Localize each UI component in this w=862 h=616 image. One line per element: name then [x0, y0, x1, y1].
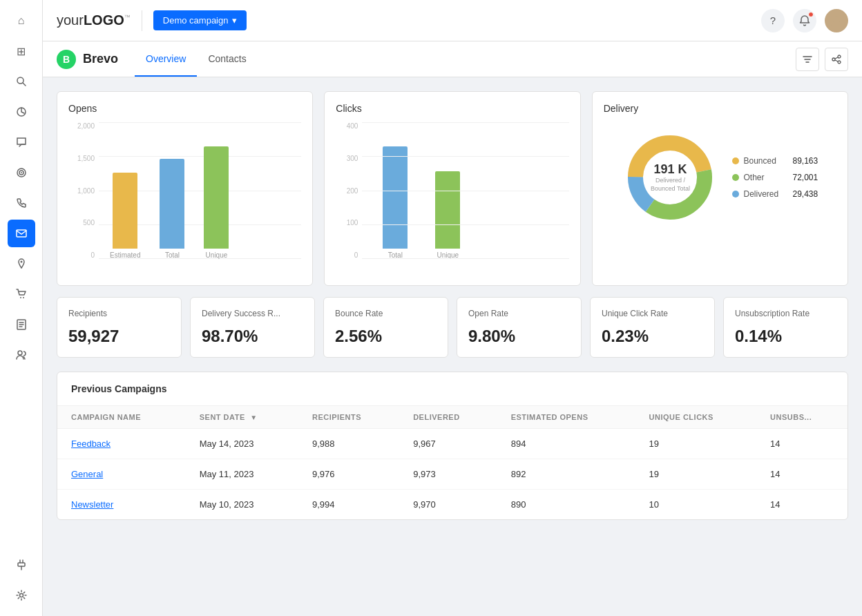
opens-y4: 1,500	[68, 155, 95, 162]
clicks-bar-unique: Unique	[435, 171, 460, 259]
opens-chart-card: Opens 2,000 1,500 1,000 500 0	[57, 91, 313, 286]
cell-name-2: General	[57, 459, 186, 490]
clicks-y4: 400	[336, 122, 358, 130]
cell-delivered-1: 9,967	[399, 429, 497, 459]
stat-delivery-success-label: Delivery Success R...	[202, 309, 303, 318]
content-area: B Brevo Overview Contacts	[43, 41, 862, 616]
tab-contacts[interactable]: Contacts	[197, 41, 257, 77]
campaigns-table: CAMPAIGN NAME SENT DATE ▼ RECIPIENTS DEL…	[57, 406, 847, 519]
previous-campaigns-card: Previous Campaigns CAMPAIGN NAME SENT DA…	[57, 372, 848, 520]
cell-opens-2: 892	[497, 459, 635, 490]
sidebar-item-users[interactable]	[8, 341, 35, 369]
sidebar-item-plug[interactable]	[8, 551, 35, 579]
main-area: yourLOGO™ Demo campaign ▾ ? B Br	[43, 0, 862, 616]
sidebar-item-chart[interactable]	[8, 98, 35, 126]
stat-recipients: Recipients 59,927	[57, 297, 182, 358]
tabs: Overview Contacts	[135, 41, 258, 77]
svg-line-26	[835, 57, 838, 59]
col-delivered: DELIVERED	[399, 406, 497, 429]
sub-header: B Brevo Overview Contacts	[43, 41, 862, 77]
cell-recipients-2: 9,976	[298, 459, 399, 490]
stat-recipients-label: Recipients	[68, 309, 170, 318]
svg-point-13	[18, 351, 22, 355]
clicks-y1: 100	[336, 219, 358, 227]
dropdown-icon: ▾	[232, 15, 237, 26]
sidebar-item-grid[interactable]: ⊞	[8, 37, 35, 65]
cell-recipients-3: 9,994	[298, 490, 399, 520]
col-recipients: RECIPIENTS	[298, 406, 399, 429]
tab-overview[interactable]: Overview	[135, 41, 197, 77]
svg-point-8	[23, 297, 24, 298]
sidebar-item-home[interactable]: ⌂	[8, 7, 35, 35]
top-header: yourLOGO™ Demo campaign ▾ ?	[43, 0, 862, 41]
stat-open-rate-value: 9.80%	[468, 327, 570, 346]
opens-bar-unique: Unique	[204, 146, 229, 259]
stat-unsub-rate: Unsubscription Rate 0.14%	[723, 297, 848, 358]
cell-delivered-3: 9,970	[399, 490, 497, 520]
sidebar-item-cart[interactable]	[8, 280, 35, 308]
cell-clicks-1: 19	[635, 429, 757, 459]
sidebar-item-email[interactable]	[8, 220, 35, 247]
user-avatar[interactable]	[825, 9, 848, 32]
svg-point-19	[834, 16, 839, 21]
campaign-link-feedback[interactable]: Feedback	[71, 439, 111, 449]
delivery-legend: Bounced 89,163 Other 72,001 Delivered	[732, 156, 818, 199]
donut-area: 191 K Delivered /Bounced Total Bounced 8…	[604, 122, 836, 233]
legend-delivered: Delivered 29,438	[732, 189, 818, 199]
header-right: ?	[761, 9, 848, 32]
clicks-bar-total: Total	[383, 146, 408, 259]
sidebar-item-chat[interactable]	[8, 128, 35, 156]
col-sent-date[interactable]: SENT DATE ▼	[186, 406, 298, 429]
table-row: Feedback May 14, 2023 9,988 9,967 894 19…	[57, 429, 847, 459]
legend-bounced-value: 89,163	[792, 156, 818, 166]
legend-delivered-value: 29,438	[792, 189, 818, 199]
legend-other: Other 72,001	[732, 173, 818, 182]
clicks-y2: 200	[336, 187, 358, 195]
cell-recipients-1: 9,988	[298, 429, 399, 459]
cell-unsubs-1: 14	[756, 429, 847, 459]
clicks-y3: 300	[336, 155, 358, 162]
table-row: Newsletter May 10, 2023 9,994 9,970 890 …	[57, 490, 847, 520]
donut-label: 191 K Delivered /Bounced Total	[651, 162, 690, 193]
opens-y5: 2,000	[68, 122, 95, 130]
svg-point-6	[20, 261, 22, 263]
legend-other-label: Other	[743, 173, 788, 182]
stat-delivery-success-value: 98.70%	[202, 327, 303, 346]
cell-date-2: May 11, 2023	[186, 459, 298, 490]
cell-opens-1: 894	[497, 429, 635, 459]
filter-button[interactable]	[796, 48, 819, 71]
opens-chart-title: Opens	[68, 103, 301, 114]
col-campaign-name: CAMPAIGN NAME	[57, 406, 186, 429]
sidebar-item-phone[interactable]	[8, 189, 35, 217]
col-unique-clicks: UNIQUE CLICKS	[635, 406, 757, 429]
svg-point-25	[838, 61, 841, 64]
sidebar-item-report[interactable]	[8, 311, 35, 338]
campaign-link-newsletter[interactable]: Newsletter	[71, 499, 113, 510]
svg-point-23	[838, 55, 841, 58]
sub-header-actions	[796, 48, 848, 71]
help-button[interactable]: ?	[761, 9, 785, 32]
col-unsubs: UNSUBS...	[756, 406, 847, 429]
sidebar-item-target[interactable]	[8, 159, 35, 186]
sidebar-item-settings[interactable]	[8, 581, 35, 609]
header-divider	[142, 10, 142, 31]
table-header-area: Previous Campaigns	[57, 372, 847, 406]
demo-campaign-button[interactable]: Demo campaign ▾	[153, 10, 247, 30]
opens-bar-total: Total	[160, 159, 184, 259]
notification-button[interactable]	[793, 9, 816, 32]
svg-point-18	[19, 594, 23, 597]
share-button[interactable]	[825, 48, 848, 71]
sidebar-item-search[interactable]	[8, 68, 35, 95]
cell-name-3: Newsletter	[57, 490, 186, 520]
sidebar-item-pin[interactable]	[8, 250, 35, 278]
clicks-chart-card: Clicks 400 300 200 100 0	[324, 91, 580, 286]
svg-line-1	[23, 83, 26, 86]
opens-y3: 1,000	[68, 187, 95, 195]
cell-date-3: May 10, 2023	[186, 490, 298, 520]
svg-point-7	[20, 297, 21, 298]
campaign-link-general[interactable]: General	[71, 469, 103, 479]
stat-unsub-rate-value: 0.14%	[735, 327, 836, 346]
brand-badge: B	[57, 50, 76, 69]
delivery-chart-card: Delivery	[592, 91, 848, 286]
logo: yourLOGO™	[57, 12, 131, 28]
